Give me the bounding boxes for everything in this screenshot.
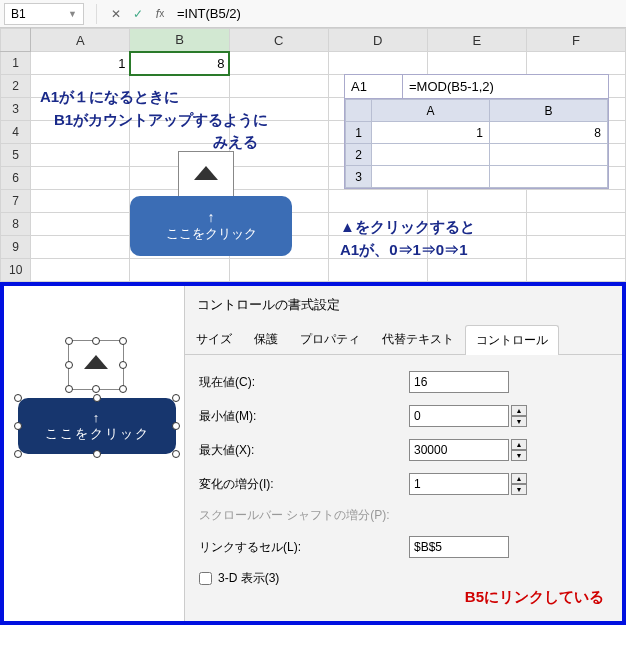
cell[interactable] (130, 98, 229, 121)
tab-alttext[interactable]: 代替テキスト (371, 324, 465, 354)
resize-handle[interactable] (65, 361, 73, 369)
row-header[interactable]: 1 (1, 52, 31, 75)
cell-A1[interactable]: 1 (31, 52, 130, 75)
resize-handle[interactable] (14, 422, 22, 430)
spin-down-icon[interactable]: ▼ (511, 416, 527, 427)
mini-corner[interactable] (346, 100, 372, 122)
spin-up-icon[interactable]: ▲ (511, 405, 527, 416)
row-header[interactable]: 6 (1, 167, 31, 190)
cell[interactable] (427, 236, 526, 259)
cell[interactable] (229, 75, 328, 98)
row-header[interactable]: 3 (1, 98, 31, 121)
resize-handle[interactable] (92, 337, 100, 345)
cell[interactable] (526, 52, 625, 75)
cell[interactable] (229, 167, 328, 190)
tab-size[interactable]: サイズ (185, 324, 243, 354)
resize-handle[interactable] (65, 385, 73, 393)
resize-handle[interactable] (172, 450, 180, 458)
mini-cell[interactable] (372, 166, 490, 188)
cell[interactable] (31, 213, 130, 236)
mini-cell[interactable]: 1 (372, 122, 490, 144)
col-header-D[interactable]: D (328, 29, 427, 52)
step-input[interactable] (409, 473, 509, 495)
spin-down-icon[interactable]: ▼ (511, 484, 527, 495)
spin-down-icon[interactable]: ▼ (511, 450, 527, 461)
cell[interactable] (526, 213, 625, 236)
mini-cell[interactable] (490, 166, 608, 188)
mini-row[interactable]: 3 (346, 166, 372, 188)
mini-col-A[interactable]: A (372, 100, 490, 122)
col-header-C[interactable]: C (229, 29, 328, 52)
cell[interactable] (229, 259, 328, 282)
tab-control[interactable]: コントロール (465, 325, 559, 355)
cell[interactable] (130, 259, 229, 282)
formula-input[interactable] (171, 3, 626, 25)
row-header[interactable]: 8 (1, 213, 31, 236)
fx-icon[interactable]: fx (149, 3, 171, 25)
cell[interactable] (427, 52, 526, 75)
tab-property[interactable]: プロパティ (289, 324, 371, 354)
cell[interactable] (427, 213, 526, 236)
check-icon[interactable]: ✓ (127, 3, 149, 25)
cancel-icon[interactable]: ✕ (105, 3, 127, 25)
resize-handle[interactable] (119, 337, 127, 345)
resize-handle[interactable] (14, 450, 22, 458)
row-header[interactable]: 2 (1, 75, 31, 98)
link-cell-input[interactable] (409, 536, 509, 558)
cell[interactable] (526, 236, 625, 259)
resize-handle[interactable] (119, 385, 127, 393)
resize-handle[interactable] (93, 394, 101, 402)
col-header-A[interactable]: A (31, 29, 130, 52)
cell[interactable] (31, 121, 130, 144)
resize-handle[interactable] (119, 361, 127, 369)
cell[interactable] (31, 98, 130, 121)
spin-up-icon[interactable]: ▲ (511, 473, 527, 484)
cell-B1[interactable]: 8 (130, 52, 229, 75)
cell[interactable] (328, 190, 427, 213)
col-header-F[interactable]: F (526, 29, 625, 52)
cell[interactable] (31, 236, 130, 259)
col-header-B[interactable]: B (130, 29, 229, 52)
resize-handle[interactable] (14, 394, 22, 402)
cell[interactable] (526, 190, 625, 213)
cell[interactable] (427, 259, 526, 282)
cell[interactable] (31, 190, 130, 213)
selected-spin-button[interactable] (68, 340, 124, 390)
mini-col-B[interactable]: B (490, 100, 608, 122)
mini-row[interactable]: 1 (346, 122, 372, 144)
cell[interactable] (130, 121, 229, 144)
cell[interactable] (130, 75, 229, 98)
cell[interactable] (31, 144, 130, 167)
col-header-E[interactable]: E (427, 29, 526, 52)
cell[interactable] (229, 98, 328, 121)
name-box[interactable]: B1 ▼ (4, 3, 84, 25)
tab-protect[interactable]: 保護 (243, 324, 289, 354)
mini-formula-input[interactable]: =MOD(B5-1,2) (403, 75, 608, 98)
current-value-input[interactable] (409, 371, 509, 393)
mini-cell[interactable] (372, 144, 490, 166)
mini-cell[interactable]: 8 (490, 122, 608, 144)
cell[interactable] (31, 75, 130, 98)
spin-up-icon[interactable]: ▲ (511, 439, 527, 450)
cell[interactable] (427, 190, 526, 213)
mini-name-box[interactable]: A1 (345, 75, 403, 98)
min-value-input[interactable] (409, 405, 509, 427)
select-all-corner[interactable] (1, 29, 31, 52)
cell[interactable] (328, 236, 427, 259)
cell[interactable] (31, 167, 130, 190)
cell[interactable] (328, 52, 427, 75)
selected-callout[interactable]: ↑ ここをクリック (18, 398, 176, 454)
mini-grid[interactable]: A B 1 1 8 2 3 (345, 99, 608, 188)
cell[interactable] (328, 259, 427, 282)
mini-row[interactable]: 2 (346, 144, 372, 166)
cell[interactable] (526, 259, 625, 282)
row-header[interactable]: 5 (1, 144, 31, 167)
cell[interactable] (229, 144, 328, 167)
mini-cell[interactable] (490, 144, 608, 166)
row-header[interactable]: 10 (1, 259, 31, 282)
max-value-input[interactable] (409, 439, 509, 461)
cell[interactable] (229, 52, 328, 75)
row-header[interactable]: 7 (1, 190, 31, 213)
row-header[interactable]: 4 (1, 121, 31, 144)
resize-handle[interactable] (92, 385, 100, 393)
